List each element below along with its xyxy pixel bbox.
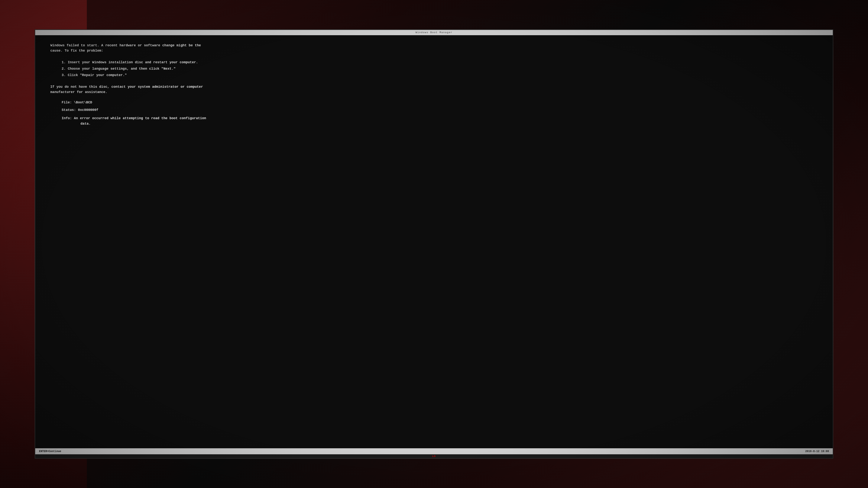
timestamp: 2019-8-12 19:08: [805, 450, 829, 453]
step-3: 3. Click "Repair your computer.": [62, 72, 821, 78]
monitor-bottom: LG: [35, 454, 833, 458]
monitor-frame: Windows Boot Manager Windows failed to s…: [35, 29, 833, 459]
info-block: Info: An error occurred while attempting…: [62, 116, 821, 127]
status-line: Status: 0xc000000f: [62, 108, 821, 112]
file-label: File:: [62, 101, 72, 104]
photo-wrapper: Windows Boot Manager Windows failed to s…: [0, 0, 868, 488]
status-value: 0xc000000f: [78, 108, 98, 112]
info-line2: data.: [81, 121, 821, 127]
bottom-bar: ENTER=Continue 2019-8-12 19:08: [35, 448, 833, 454]
enter-continue-label[interactable]: ENTER=Continue: [39, 450, 61, 453]
error-screen: Windows failed to start. A recent hardwa…: [35, 35, 833, 449]
error-intro: Windows failed to start. A recent hardwa…: [50, 43, 821, 54]
status-label: Status:: [62, 108, 76, 112]
step-2: 2. Choose your language settings, and th…: [62, 66, 821, 72]
info-label: Info:: [62, 116, 72, 120]
file-value: \Boot\BCD: [74, 101, 92, 104]
step-1: 1. Insert your Windows installation disc…: [62, 59, 821, 66]
contact-text: If you do not have this disc, contact yo…: [50, 84, 821, 95]
file-line: File: \Boot\BCD: [62, 101, 821, 104]
steps-list: 1. Insert your Windows installation disc…: [62, 59, 821, 78]
title-bar-text: Windows Boot Manager: [415, 31, 453, 34]
info-line1: An error occurred while attempting to re…: [74, 116, 206, 120]
lg-logo: LG: [432, 455, 436, 457]
title-bar: Windows Boot Manager: [35, 30, 833, 35]
